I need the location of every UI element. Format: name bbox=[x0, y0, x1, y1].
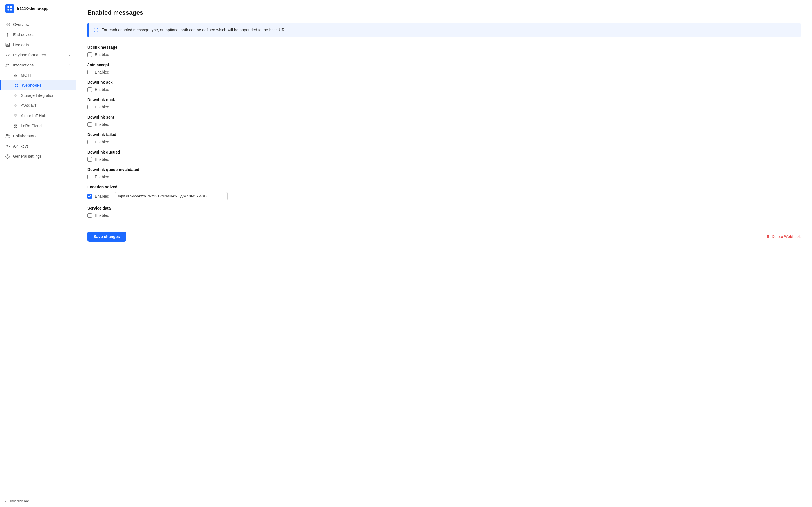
sidebar-label-aws-iot: AWS IoT bbox=[21, 103, 37, 108]
messages-container: Uplink messageEnabledJoin acceptEnabledD… bbox=[87, 45, 801, 218]
message-section-service-data: Service dataEnabled bbox=[87, 206, 801, 218]
main-content: Enabled messages ⓘ For each enabled mess… bbox=[76, 0, 812, 507]
info-text: For each enabled message type, an option… bbox=[101, 27, 287, 33]
sidebar-item-collaborators[interactable]: Collaborators bbox=[0, 131, 76, 141]
sidebar-item-live-data[interactable]: Live data bbox=[0, 40, 76, 50]
message-title-downlink-sent: Downlink sent bbox=[87, 115, 801, 119]
checkbox-downlink-failed[interactable] bbox=[87, 140, 92, 144]
hide-sidebar-button[interactable]: ‹ Hide sidebar bbox=[5, 499, 71, 503]
checkbox-label-uplink-message: Enabled bbox=[95, 52, 109, 57]
checkbox-label-downlink-ack: Enabled bbox=[95, 87, 109, 92]
checkbox-uplink-message[interactable] bbox=[87, 52, 92, 57]
svg-rect-3 bbox=[10, 9, 12, 11]
sidebar-nav: Overview End devices Live data Payload f… bbox=[0, 17, 76, 495]
checkbox-label-downlink-sent: Enabled bbox=[95, 122, 109, 127]
svg-rect-6 bbox=[6, 25, 7, 26]
svg-rect-5 bbox=[8, 23, 9, 24]
svg-point-16 bbox=[7, 156, 8, 157]
svg-point-15 bbox=[6, 145, 8, 147]
sidebar-label-azure-iot-hub: Azure IoT Hub bbox=[21, 114, 46, 118]
sidebar-item-api-keys[interactable]: API keys bbox=[0, 141, 76, 151]
checkbox-label-downlink-queue-invalidated: Enabled bbox=[95, 175, 109, 179]
svg-rect-1 bbox=[10, 6, 12, 8]
checkbox-downlink-nack[interactable] bbox=[87, 105, 92, 109]
checkbox-label-downlink-failed: Enabled bbox=[95, 140, 109, 144]
checkbox-label-service-data: Enabled bbox=[95, 213, 109, 218]
code-icon bbox=[5, 52, 10, 57]
sidebar-item-mqtt[interactable]: MQTT bbox=[0, 70, 76, 80]
checkbox-label-downlink-nack: Enabled bbox=[95, 105, 109, 109]
svg-point-14 bbox=[8, 135, 9, 136]
message-title-join-accept: Join accept bbox=[87, 62, 801, 67]
checkbox-location-solved[interactable] bbox=[87, 194, 92, 199]
sidebar-label-payload-formatters: Payload formatters bbox=[13, 53, 46, 57]
chart-icon bbox=[5, 42, 10, 47]
message-title-service-data: Service data bbox=[87, 206, 801, 210]
puzzle-icon-storage bbox=[13, 93, 18, 98]
sidebar-item-aws-iot[interactable]: AWS IoT bbox=[0, 101, 76, 111]
puzzle-icon-aws bbox=[13, 103, 18, 108]
checkbox-downlink-queued[interactable] bbox=[87, 157, 92, 162]
people-icon bbox=[5, 133, 10, 138]
sidebar-item-general-settings[interactable]: General settings bbox=[0, 151, 76, 161]
message-title-downlink-failed: Downlink failed bbox=[87, 132, 801, 137]
checkbox-label-join-accept: Enabled bbox=[95, 70, 109, 74]
checkbox-join-accept[interactable] bbox=[87, 70, 92, 74]
sidebar: lr1110-demo-app Overview End devices Liv… bbox=[0, 0, 76, 507]
puzzle-icon-integrations bbox=[5, 62, 10, 68]
gear-icon bbox=[5, 154, 10, 159]
chevron-up-icon: ⌃ bbox=[68, 63, 71, 67]
message-title-downlink-queued: Downlink queued bbox=[87, 150, 801, 154]
checkbox-service-data[interactable] bbox=[87, 213, 92, 218]
info-box: ⓘ For each enabled message type, an opti… bbox=[87, 23, 801, 37]
puzzle-icon-webhooks bbox=[14, 83, 19, 88]
message-section-downlink-nack: Downlink nackEnabled bbox=[87, 98, 801, 109]
puzzle-icon-azure bbox=[13, 113, 18, 118]
checkbox-downlink-ack[interactable] bbox=[87, 87, 92, 92]
antenna-icon bbox=[5, 32, 10, 37]
path-input-location-solved[interactable] bbox=[115, 192, 227, 200]
message-section-downlink-queue-invalidated: Downlink queue invalidatedEnabled bbox=[87, 167, 801, 179]
delete-label: Delete Webhook bbox=[772, 234, 801, 239]
sidebar-header: lr1110-demo-app bbox=[0, 0, 76, 17]
checkbox-label-downlink-queued: Enabled bbox=[95, 157, 109, 162]
sidebar-label-general-settings: General settings bbox=[13, 154, 42, 159]
message-title-downlink-nack: Downlink nack bbox=[87, 98, 801, 102]
sidebar-label-live-data: Live data bbox=[13, 43, 29, 47]
delete-webhook-button[interactable]: 🗑 Delete Webhook bbox=[766, 234, 801, 239]
page-title: Enabled messages bbox=[87, 9, 801, 16]
sidebar-label-api-keys: API keys bbox=[13, 144, 29, 149]
message-title-uplink-message: Uplink message bbox=[87, 45, 801, 50]
key-icon bbox=[5, 144, 10, 149]
message-section-downlink-queued: Downlink queuedEnabled bbox=[87, 150, 801, 162]
svg-rect-2 bbox=[8, 9, 9, 11]
sidebar-item-storage-integration[interactable]: Storage Integration bbox=[0, 91, 76, 101]
sidebar-label-mqtt: MQTT bbox=[21, 73, 32, 77]
sidebar-item-end-devices[interactable]: End devices bbox=[0, 30, 76, 40]
checkbox-downlink-sent[interactable] bbox=[87, 122, 92, 127]
sidebar-item-lora-cloud[interactable]: LoRa Cloud bbox=[0, 121, 76, 131]
sidebar-item-payload-formatters[interactable]: Payload formatters ⌄ bbox=[0, 50, 76, 60]
app-logo[interactable] bbox=[5, 4, 14, 13]
message-section-downlink-ack: Downlink ackEnabled bbox=[87, 80, 801, 92]
puzzle-icon-lora bbox=[13, 123, 18, 128]
message-section-downlink-failed: Downlink failedEnabled bbox=[87, 132, 801, 144]
message-title-downlink-ack: Downlink ack bbox=[87, 80, 801, 84]
sidebar-item-integrations[interactable]: Integrations ⌃ bbox=[0, 60, 76, 70]
message-section-location-solved: Location solvedEnabled bbox=[87, 185, 801, 200]
message-title-location-solved: Location solved bbox=[87, 185, 801, 189]
svg-point-13 bbox=[6, 134, 8, 136]
svg-rect-7 bbox=[8, 25, 9, 26]
checkbox-label-location-solved: Enabled bbox=[95, 194, 109, 199]
app-name: lr1110-demo-app bbox=[17, 6, 49, 11]
sidebar-label-overview: Overview bbox=[13, 22, 29, 27]
sidebar-item-webhooks[interactable]: Webhooks bbox=[0, 80, 76, 91]
svg-rect-0 bbox=[8, 6, 9, 8]
save-button[interactable]: Save changes bbox=[87, 231, 126, 242]
puzzle-icon-mqtt bbox=[13, 73, 18, 78]
sidebar-item-azure-iot-hub[interactable]: Azure IoT Hub bbox=[0, 111, 76, 121]
chevron-down-icon: ⌄ bbox=[68, 53, 71, 57]
message-section-join-accept: Join acceptEnabled bbox=[87, 62, 801, 74]
sidebar-item-overview[interactable]: Overview bbox=[0, 19, 76, 30]
checkbox-downlink-queue-invalidated[interactable] bbox=[87, 175, 92, 179]
